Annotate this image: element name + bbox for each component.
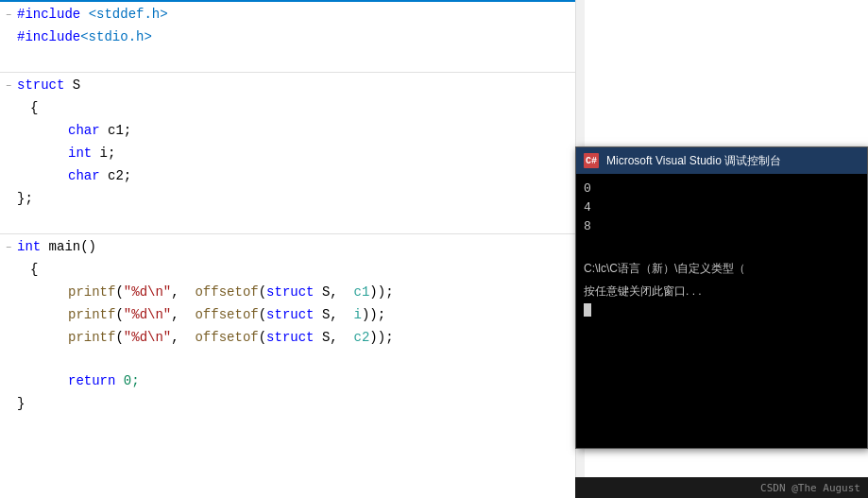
code-text-brace: { bbox=[30, 97, 585, 118]
code-text-c2: char c2; bbox=[30, 165, 585, 186]
code-line-empty-1: − bbox=[0, 49, 585, 70]
code-line-printf1: − printf("%d\n", offsetof(struct S, c1))… bbox=[0, 282, 585, 304]
console-press-key: 按任意键关闭此窗口. . . bbox=[584, 282, 859, 301]
close-3: )); bbox=[369, 330, 393, 345]
kw-char-1: char bbox=[68, 123, 108, 138]
fn-main: main() bbox=[49, 239, 96, 254]
paren-1: ( bbox=[115, 284, 123, 300]
code-area: − #include <stddef.h> − #include<stdio.h… bbox=[0, 0, 585, 420]
pp-keyword-2: #include bbox=[17, 29, 80, 44]
code-line-2: − #include<stdio.h> bbox=[0, 26, 585, 49]
str-3: "%d\n" bbox=[124, 330, 171, 345]
comma-3: , bbox=[171, 307, 195, 322]
console-output-0: 0 bbox=[584, 180, 859, 198]
str-1: "%d\n" bbox=[124, 284, 171, 300]
kw-struct: struct bbox=[17, 77, 73, 93]
code-line-printf2: − printf("%d\n", offsetof(struct S, i)); bbox=[0, 304, 585, 327]
code-text-printf1: printf("%d\n", offsetof(struct S, c1)); bbox=[30, 282, 585, 302]
code-text-i: int i; bbox=[30, 143, 585, 163]
code-line-brace-open-main: − { bbox=[0, 259, 585, 282]
console-icon-label: C# bbox=[586, 156, 597, 166]
comma-4: , bbox=[330, 307, 353, 322]
code-line-empty-2: − bbox=[0, 211, 585, 232]
separator-2 bbox=[0, 233, 585, 234]
include-path: <stddef.h> bbox=[89, 7, 168, 22]
code-text-main: int main() bbox=[17, 236, 585, 257]
code-line-brace-close: − } bbox=[0, 393, 585, 416]
fn-offsetof-1: offsetof bbox=[195, 284, 258, 300]
code-text-c1: char c1; bbox=[30, 120, 585, 141]
code-line-main: − int main() bbox=[0, 236, 585, 259]
code-text-return: return 0; bbox=[30, 370, 585, 391]
fn-printf-3: printf bbox=[68, 330, 115, 345]
code-line-struct-end: − }; bbox=[0, 188, 585, 211]
code-line-i: − int i; bbox=[0, 143, 585, 165]
paren-4: ( bbox=[259, 307, 266, 322]
collapse-btn-main[interactable]: − bbox=[0, 236, 17, 259]
field-c1: c1 bbox=[354, 284, 370, 300]
comma-2: , bbox=[330, 284, 353, 300]
console-cursor-line bbox=[584, 301, 859, 319]
code-line-c1: − char c1; bbox=[0, 120, 585, 143]
fn-offsetof-3: offsetof bbox=[195, 330, 258, 345]
console-title: Microsoft Visual Studio 调试控制台 bbox=[606, 153, 859, 169]
num-zero: 0; bbox=[124, 373, 140, 388]
fn-printf-2: printf bbox=[68, 307, 115, 322]
kw-char-2: char bbox=[68, 168, 108, 183]
collapse-btn-1[interactable]: − bbox=[0, 4, 17, 26]
code-text-brace-main: { bbox=[30, 259, 585, 280]
field-c2: c2 bbox=[354, 330, 370, 345]
paren-5: ( bbox=[115, 330, 123, 345]
console-body: 0 4 8 C:\lc\C语言（新）\自定义类型（ 按任意键关闭此窗口. . . bbox=[576, 174, 867, 325]
console-output-8: 8 bbox=[584, 217, 859, 236]
collapse-btn-struct[interactable]: − bbox=[0, 75, 17, 97]
code-line-brace-open: − { bbox=[0, 97, 585, 120]
kw-struct-3: struct bbox=[266, 330, 322, 345]
paren-3: ( bbox=[115, 307, 123, 322]
kw-return: return bbox=[68, 373, 124, 388]
code-text-struct: struct S bbox=[17, 75, 585, 95]
code-line-1: − #include <stddef.h> bbox=[0, 4, 585, 26]
paren-6: ( bbox=[259, 330, 266, 345]
console-output-empty bbox=[584, 236, 859, 255]
status-text: CSDN @The August bbox=[760, 482, 860, 494]
status-bar: CSDN @The August bbox=[575, 477, 868, 498]
separator-1 bbox=[0, 72, 585, 73]
code-editor: − #include <stddef.h> − #include<stdio.h… bbox=[0, 0, 585, 498]
console-output-4: 4 bbox=[584, 198, 859, 217]
comma-5: , bbox=[171, 330, 195, 345]
code-text-struct-end: }; bbox=[17, 188, 585, 209]
console-window: C# Microsoft Visual Studio 调试控制台 0 4 8 C… bbox=[575, 146, 868, 449]
console-titlebar: C# Microsoft Visual Studio 调试控制台 bbox=[576, 147, 867, 174]
fn-printf-1: printf bbox=[68, 284, 115, 300]
struct-name: S bbox=[73, 77, 80, 93]
str-2: "%d\n" bbox=[124, 307, 171, 322]
field-i: i bbox=[354, 307, 362, 322]
code-line-printf3: − printf("%d\n", offsetof(struct S, c2))… bbox=[0, 327, 585, 350]
console-cursor bbox=[584, 303, 591, 317]
code-text-1: #include <stddef.h> bbox=[17, 4, 585, 25]
code-text-printf2: printf("%d\n", offsetof(struct S, i)); bbox=[30, 304, 585, 325]
code-line-c2: − char c2; bbox=[0, 165, 585, 188]
pp-keyword: #include bbox=[17, 7, 89, 22]
paren-2: ( bbox=[259, 284, 266, 300]
kw-struct-2: struct bbox=[266, 307, 322, 322]
console-icon: C# bbox=[584, 153, 599, 168]
code-line-struct: − struct S bbox=[0, 75, 585, 97]
var-c1: c1; bbox=[108, 123, 131, 138]
comma-1: , bbox=[171, 284, 195, 300]
kw-int: int bbox=[68, 146, 100, 161]
include-path-2: <stdio.h> bbox=[80, 29, 152, 44]
code-line-empty-3: − bbox=[0, 350, 585, 370]
kw-struct-1: struct bbox=[266, 284, 322, 300]
code-text-brace-close: } bbox=[17, 393, 585, 414]
var-c2: c2; bbox=[108, 168, 131, 183]
console-path: C:\lc\C语言（新）\自定义类型（ bbox=[584, 259, 859, 278]
close-2: )); bbox=[362, 307, 385, 322]
code-line-return: − return 0; bbox=[0, 370, 585, 393]
close-1: )); bbox=[369, 284, 393, 300]
kw-int-main: int bbox=[17, 239, 49, 254]
code-text-printf3: printf("%d\n", offsetof(struct S, c2)); bbox=[30, 327, 585, 348]
code-text-2: #include<stdio.h> bbox=[17, 26, 585, 47]
var-i: i; bbox=[100, 146, 116, 161]
